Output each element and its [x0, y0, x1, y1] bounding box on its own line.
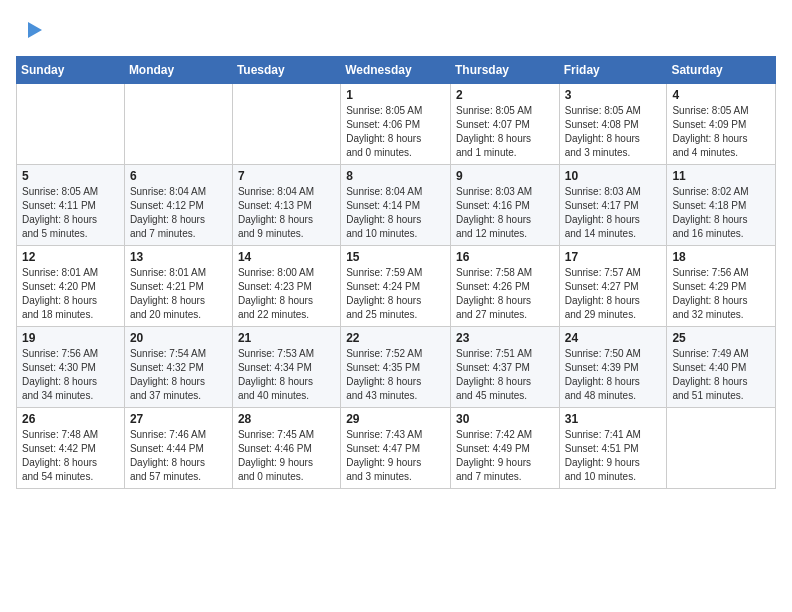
- day-number: 3: [565, 88, 662, 102]
- day-info: Sunrise: 8:05 AMSunset: 4:08 PMDaylight:…: [565, 104, 662, 160]
- day-header-sunday: Sunday: [17, 57, 125, 84]
- day-info: Sunrise: 8:05 AMSunset: 4:07 PMDaylight:…: [456, 104, 554, 160]
- day-info: Sunrise: 7:46 AMSunset: 4:44 PMDaylight:…: [130, 428, 227, 484]
- calendar-cell: 10Sunrise: 8:03 AMSunset: 4:17 PMDayligh…: [559, 165, 667, 246]
- calendar-cell: 4Sunrise: 8:05 AMSunset: 4:09 PMDaylight…: [667, 84, 776, 165]
- day-number: 7: [238, 169, 335, 183]
- calendar-cell: 20Sunrise: 7:54 AMSunset: 4:32 PMDayligh…: [124, 327, 232, 408]
- day-info: Sunrise: 7:58 AMSunset: 4:26 PMDaylight:…: [456, 266, 554, 322]
- day-info: Sunrise: 7:49 AMSunset: 4:40 PMDaylight:…: [672, 347, 770, 403]
- day-info: Sunrise: 7:48 AMSunset: 4:42 PMDaylight:…: [22, 428, 119, 484]
- logo: [16, 16, 46, 44]
- calendar-week-1: 1Sunrise: 8:05 AMSunset: 4:06 PMDaylight…: [17, 84, 776, 165]
- day-info: Sunrise: 8:04 AMSunset: 4:14 PMDaylight:…: [346, 185, 445, 241]
- calendar-week-4: 19Sunrise: 7:56 AMSunset: 4:30 PMDayligh…: [17, 327, 776, 408]
- day-header-monday: Monday: [124, 57, 232, 84]
- day-number: 14: [238, 250, 335, 264]
- day-info: Sunrise: 7:53 AMSunset: 4:34 PMDaylight:…: [238, 347, 335, 403]
- day-number: 30: [456, 412, 554, 426]
- day-header-tuesday: Tuesday: [232, 57, 340, 84]
- day-number: 19: [22, 331, 119, 345]
- day-info: Sunrise: 7:56 AMSunset: 4:30 PMDaylight:…: [22, 347, 119, 403]
- logo-icon: [18, 16, 46, 44]
- day-number: 10: [565, 169, 662, 183]
- calendar-cell: 15Sunrise: 7:59 AMSunset: 4:24 PMDayligh…: [341, 246, 451, 327]
- calendar-cell: 28Sunrise: 7:45 AMSunset: 4:46 PMDayligh…: [232, 408, 340, 489]
- day-number: 17: [565, 250, 662, 264]
- day-number: 9: [456, 169, 554, 183]
- day-header-friday: Friday: [559, 57, 667, 84]
- day-info: Sunrise: 7:52 AMSunset: 4:35 PMDaylight:…: [346, 347, 445, 403]
- day-number: 21: [238, 331, 335, 345]
- day-number: 8: [346, 169, 445, 183]
- day-number: 16: [456, 250, 554, 264]
- page-header: [16, 16, 776, 44]
- day-number: 31: [565, 412, 662, 426]
- calendar-cell: 11Sunrise: 8:02 AMSunset: 4:18 PMDayligh…: [667, 165, 776, 246]
- day-info: Sunrise: 8:05 AMSunset: 4:11 PMDaylight:…: [22, 185, 119, 241]
- days-header-row: SundayMondayTuesdayWednesdayThursdayFrid…: [17, 57, 776, 84]
- calendar-cell: 17Sunrise: 7:57 AMSunset: 4:27 PMDayligh…: [559, 246, 667, 327]
- day-info: Sunrise: 7:56 AMSunset: 4:29 PMDaylight:…: [672, 266, 770, 322]
- calendar-cell: 5Sunrise: 8:05 AMSunset: 4:11 PMDaylight…: [17, 165, 125, 246]
- calendar-cell: 19Sunrise: 7:56 AMSunset: 4:30 PMDayligh…: [17, 327, 125, 408]
- day-info: Sunrise: 8:04 AMSunset: 4:12 PMDaylight:…: [130, 185, 227, 241]
- day-info: Sunrise: 7:50 AMSunset: 4:39 PMDaylight:…: [565, 347, 662, 403]
- day-number: 29: [346, 412, 445, 426]
- calendar-week-3: 12Sunrise: 8:01 AMSunset: 4:20 PMDayligh…: [17, 246, 776, 327]
- day-number: 4: [672, 88, 770, 102]
- calendar-cell: 7Sunrise: 8:04 AMSunset: 4:13 PMDaylight…: [232, 165, 340, 246]
- day-info: Sunrise: 7:51 AMSunset: 4:37 PMDaylight:…: [456, 347, 554, 403]
- calendar-cell: 30Sunrise: 7:42 AMSunset: 4:49 PMDayligh…: [450, 408, 559, 489]
- calendar-cell: 23Sunrise: 7:51 AMSunset: 4:37 PMDayligh…: [450, 327, 559, 408]
- day-number: 26: [22, 412, 119, 426]
- calendar-cell: 26Sunrise: 7:48 AMSunset: 4:42 PMDayligh…: [17, 408, 125, 489]
- day-info: Sunrise: 8:00 AMSunset: 4:23 PMDaylight:…: [238, 266, 335, 322]
- calendar-cell: 13Sunrise: 8:01 AMSunset: 4:21 PMDayligh…: [124, 246, 232, 327]
- day-number: 28: [238, 412, 335, 426]
- calendar-cell: 2Sunrise: 8:05 AMSunset: 4:07 PMDaylight…: [450, 84, 559, 165]
- day-info: Sunrise: 7:54 AMSunset: 4:32 PMDaylight:…: [130, 347, 227, 403]
- day-info: Sunrise: 7:59 AMSunset: 4:24 PMDaylight:…: [346, 266, 445, 322]
- day-info: Sunrise: 8:04 AMSunset: 4:13 PMDaylight:…: [238, 185, 335, 241]
- day-number: 18: [672, 250, 770, 264]
- day-number: 5: [22, 169, 119, 183]
- calendar-cell: 6Sunrise: 8:04 AMSunset: 4:12 PMDaylight…: [124, 165, 232, 246]
- calendar-cell: [232, 84, 340, 165]
- calendar-cell: [667, 408, 776, 489]
- calendar-week-5: 26Sunrise: 7:48 AMSunset: 4:42 PMDayligh…: [17, 408, 776, 489]
- calendar-cell: [17, 84, 125, 165]
- day-number: 23: [456, 331, 554, 345]
- day-number: 24: [565, 331, 662, 345]
- calendar-cell: 9Sunrise: 8:03 AMSunset: 4:16 PMDaylight…: [450, 165, 559, 246]
- calendar-cell: 24Sunrise: 7:50 AMSunset: 4:39 PMDayligh…: [559, 327, 667, 408]
- calendar-week-2: 5Sunrise: 8:05 AMSunset: 4:11 PMDaylight…: [17, 165, 776, 246]
- day-number: 20: [130, 331, 227, 345]
- calendar-cell: 29Sunrise: 7:43 AMSunset: 4:47 PMDayligh…: [341, 408, 451, 489]
- calendar-cell: 22Sunrise: 7:52 AMSunset: 4:35 PMDayligh…: [341, 327, 451, 408]
- day-info: Sunrise: 8:03 AMSunset: 4:16 PMDaylight:…: [456, 185, 554, 241]
- day-number: 15: [346, 250, 445, 264]
- day-header-saturday: Saturday: [667, 57, 776, 84]
- day-info: Sunrise: 8:01 AMSunset: 4:21 PMDaylight:…: [130, 266, 227, 322]
- day-number: 22: [346, 331, 445, 345]
- calendar-cell: 14Sunrise: 8:00 AMSunset: 4:23 PMDayligh…: [232, 246, 340, 327]
- day-number: 12: [22, 250, 119, 264]
- calendar-cell: 27Sunrise: 7:46 AMSunset: 4:44 PMDayligh…: [124, 408, 232, 489]
- day-number: 13: [130, 250, 227, 264]
- calendar-cell: 16Sunrise: 7:58 AMSunset: 4:26 PMDayligh…: [450, 246, 559, 327]
- day-number: 11: [672, 169, 770, 183]
- calendar-cell: 31Sunrise: 7:41 AMSunset: 4:51 PMDayligh…: [559, 408, 667, 489]
- day-info: Sunrise: 7:41 AMSunset: 4:51 PMDaylight:…: [565, 428, 662, 484]
- day-number: 25: [672, 331, 770, 345]
- day-info: Sunrise: 7:45 AMSunset: 4:46 PMDaylight:…: [238, 428, 335, 484]
- day-header-thursday: Thursday: [450, 57, 559, 84]
- calendar-cell: 1Sunrise: 8:05 AMSunset: 4:06 PMDaylight…: [341, 84, 451, 165]
- day-number: 6: [130, 169, 227, 183]
- day-info: Sunrise: 8:05 AMSunset: 4:09 PMDaylight:…: [672, 104, 770, 160]
- calendar-cell: 25Sunrise: 7:49 AMSunset: 4:40 PMDayligh…: [667, 327, 776, 408]
- day-info: Sunrise: 7:57 AMSunset: 4:27 PMDaylight:…: [565, 266, 662, 322]
- day-header-wednesday: Wednesday: [341, 57, 451, 84]
- svg-marker-0: [28, 22, 42, 38]
- calendar-cell: 3Sunrise: 8:05 AMSunset: 4:08 PMDaylight…: [559, 84, 667, 165]
